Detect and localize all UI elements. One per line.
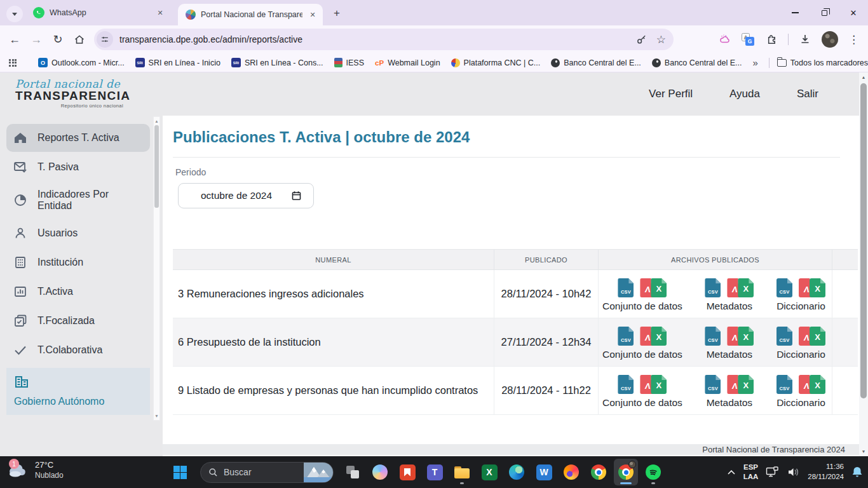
- reload-button[interactable]: [47, 29, 69, 50]
- sidebar-item-indicadores[interactable]: Indicadores Por Entidad: [6, 182, 150, 218]
- user-icon: [13, 226, 28, 241]
- file-explorer-button[interactable]: [450, 459, 474, 485]
- pdf-app-button[interactable]: [395, 459, 419, 485]
- csv-file-icon[interactable]: [618, 327, 634, 346]
- xls-file-icon[interactable]: [810, 327, 825, 346]
- scroll-thumb[interactable]: [154, 125, 159, 208]
- bookmark-banco-central-1[interactable]: Banco Central del E...: [551, 58, 641, 67]
- sidebar-item-t-focalizada[interactable]: T.Focalizada: [6, 307, 150, 335]
- xls-file-icon[interactable]: [738, 375, 754, 394]
- csv-file-icon[interactable]: [776, 375, 792, 394]
- home-button[interactable]: [69, 29, 90, 50]
- csv-file-icon[interactable]: [618, 375, 634, 394]
- address-bar[interactable]: transparencia.dpe.gob.ec/admin/reports/a…: [94, 29, 674, 50]
- copilot-icon: [372, 464, 388, 480]
- close-button[interactable]: [839, 0, 868, 25]
- nav-ver-perfil[interactable]: Ver Perfil: [649, 88, 693, 100]
- xls-file-icon[interactable]: [738, 327, 754, 346]
- sidebar-item-gobierno-autonomo[interactable]: Gobierno Autónomo: [6, 368, 150, 415]
- calendar-icon[interactable]: [292, 191, 301, 201]
- language-indicator[interactable]: ESP LAA: [743, 463, 759, 482]
- nav-salir[interactable]: Salir: [797, 88, 818, 100]
- notification-bell-icon[interactable]: [851, 466, 863, 478]
- profile-avatar[interactable]: [822, 31, 838, 48]
- taskbar-search[interactable]: Buscar: [200, 462, 334, 483]
- weather-extension-icon[interactable]: [719, 33, 731, 46]
- tab-search-chevron-icon[interactable]: [6, 6, 23, 22]
- bookmark-iess[interactable]: IESS: [334, 58, 365, 67]
- spotify-button[interactable]: [641, 459, 665, 485]
- all-bookmarks-button[interactable]: Todos los marcadores: [777, 58, 868, 67]
- copilot-button[interactable]: [368, 459, 392, 485]
- scroll-thumb[interactable]: [860, 83, 867, 398]
- tab-close-icon[interactable]: [155, 8, 165, 18]
- downloads-icon[interactable]: [799, 33, 811, 46]
- bookmark-cnc[interactable]: Plataforma CNC | C...: [451, 58, 541, 67]
- csv-file-icon[interactable]: [776, 327, 792, 346]
- task-view-button[interactable]: [341, 459, 365, 485]
- start-button[interactable]: [168, 459, 192, 485]
- csv-file-icon[interactable]: [776, 278, 792, 297]
- new-tab-button[interactable]: [329, 6, 344, 21]
- page-scrollbar[interactable]: ▲ ▼: [859, 72, 868, 456]
- col-numeral: NUMERAL: [173, 250, 494, 269]
- csv-file-icon[interactable]: [705, 375, 721, 394]
- bookmark-outlook[interactable]: Outlook.com - Micr...: [38, 58, 125, 67]
- restore-button[interactable]: [810, 0, 839, 25]
- bookmark-webmail[interactable]: Webmail Login: [375, 58, 440, 67]
- minimize-button[interactable]: [780, 0, 810, 25]
- xls-file-icon[interactable]: [651, 278, 667, 297]
- password-key-icon[interactable]: [635, 34, 648, 46]
- bookmark-sri-consultas[interactable]: SRI en Línea - Cons...: [231, 58, 323, 67]
- xls-file-icon[interactable]: [651, 375, 667, 394]
- xls-file-icon[interactable]: [810, 375, 825, 394]
- bookmark-banco-central-2[interactable]: Banco Central del E...: [652, 58, 742, 67]
- word-button[interactable]: [532, 459, 556, 485]
- xls-file-icon[interactable]: [810, 278, 825, 297]
- edge-button[interactable]: [505, 459, 529, 485]
- col-publicado: PUBLICADO: [494, 250, 599, 269]
- forward-button[interactable]: [25, 29, 47, 50]
- csv-file-icon[interactable]: [705, 278, 721, 297]
- clock[interactable]: 11:36 28/11/2024: [808, 462, 844, 482]
- translate-icon[interactable]: [742, 33, 754, 46]
- chrome-button[interactable]: [587, 459, 611, 485]
- sidebar-item-t-colaborativa[interactable]: T.Colaborativa: [6, 336, 150, 364]
- tab-close-icon[interactable]: [308, 10, 318, 20]
- scroll-down-icon[interactable]: ▼: [862, 447, 866, 456]
- scroll-up-icon[interactable]: ▲: [154, 117, 158, 125]
- volume-icon[interactable]: [787, 467, 800, 477]
- excel-button[interactable]: [477, 459, 501, 485]
- xls-file-icon[interactable]: [651, 327, 667, 346]
- network-icon[interactable]: [766, 466, 780, 478]
- apps-grid-icon[interactable]: [9, 59, 17, 67]
- back-button[interactable]: [4, 29, 25, 50]
- chrome-profile-button[interactable]: [614, 459, 638, 485]
- sidebar-item-reportes-t-activa[interactable]: Reportes T. Activa: [6, 124, 150, 152]
- sidebar-item-institucion[interactable]: Institución: [6, 248, 150, 276]
- tab-whatsapp[interactable]: WhatsApp: [25, 0, 170, 25]
- site-info-icon[interactable]: [97, 31, 113, 48]
- browser-menu-icon[interactable]: [848, 33, 859, 46]
- search-highlight-image[interactable]: [304, 462, 333, 483]
- teams-button[interactable]: [423, 459, 447, 485]
- bookmarks-overflow-icon[interactable]: [752, 57, 757, 68]
- bookmark-star-icon[interactable]: [656, 33, 666, 46]
- weather-widget[interactable]: 1 27°C Nublado: [8, 460, 64, 480]
- period-date-input[interactable]: octubre de 2024: [178, 183, 314, 208]
- sidebar-item-t-activa[interactable]: T.Activa: [6, 278, 150, 306]
- xls-file-icon[interactable]: [738, 278, 754, 297]
- csv-file-icon[interactable]: [618, 278, 634, 297]
- tab-portal-transparencia[interactable]: Portal Nacional de Transparenci: [178, 4, 323, 25]
- sidebar-scrollbar[interactable]: ▲ ▼: [153, 116, 160, 421]
- bookmark-sri-inicio[interactable]: SRI en Línea - Inicio: [135, 58, 220, 67]
- sidebar-item-usuarios[interactable]: Usuarios: [6, 219, 150, 247]
- csv-file-icon[interactable]: [705, 327, 721, 346]
- sidebar-item-t-pasiva[interactable]: T. Pasiva: [6, 153, 150, 181]
- scroll-down-icon[interactable]: ▼: [154, 412, 158, 420]
- scroll-up-icon[interactable]: ▲: [862, 72, 866, 82]
- firefox-button[interactable]: [559, 459, 583, 485]
- tray-chevron-up-icon[interactable]: [727, 469, 736, 475]
- extensions-puzzle-icon[interactable]: [764, 33, 778, 46]
- nav-ayuda[interactable]: Ayuda: [729, 88, 760, 100]
